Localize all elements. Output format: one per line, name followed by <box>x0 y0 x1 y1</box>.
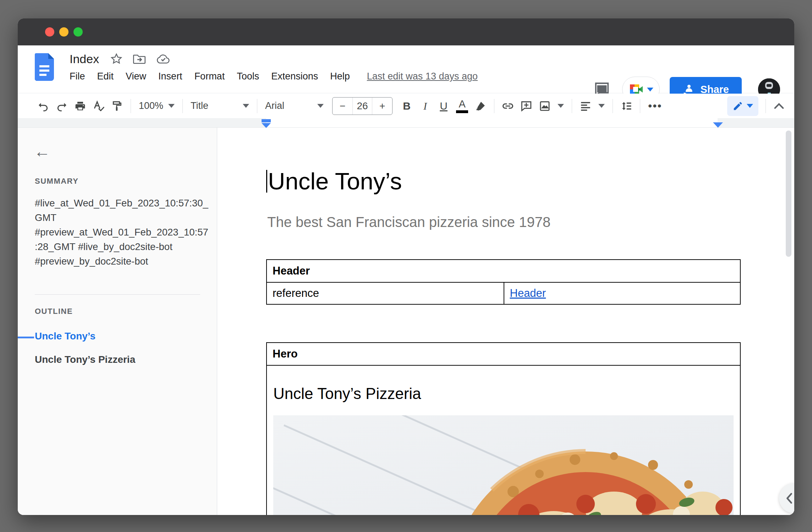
right-indent-marker[interactable] <box>713 122 723 128</box>
image-dropdown-caret[interactable] <box>558 104 564 108</box>
last-edit-link[interactable]: Last edit was 13 days ago <box>367 71 478 82</box>
document-page[interactable]: Uncle Tony’s The best San Franciscan piz… <box>217 128 794 515</box>
line-spacing-icon[interactable] <box>617 97 636 115</box>
paint-format-icon[interactable] <box>108 97 126 115</box>
hero-table-title: Hero <box>267 348 298 360</box>
zoom-select[interactable]: 100% <box>135 100 178 111</box>
zoom-window-button[interactable] <box>73 27 83 37</box>
move-to-folder-icon[interactable] <box>133 53 146 65</box>
menu-tools[interactable]: Tools <box>237 71 259 82</box>
summary-outline-sidebar: ← SUMMARY #live_at_Wed_01_Feb_2023_10:57… <box>18 128 217 515</box>
align-dropdown-caret[interactable] <box>598 104 605 108</box>
app-window: Index <box>18 18 794 515</box>
text-color-swatch <box>456 110 468 113</box>
meet-dropdown-caret <box>647 88 653 92</box>
chevron-left-icon <box>785 492 794 504</box>
back-arrow-icon[interactable]: ← <box>34 143 50 160</box>
minimize-window-button[interactable] <box>59 27 68 37</box>
redo-icon[interactable] <box>53 97 71 115</box>
close-window-button[interactable] <box>45 27 54 37</box>
align-icon[interactable] <box>576 97 595 115</box>
active-heading-indicator <box>18 337 34 338</box>
outline-label: OUTLINE <box>35 307 73 316</box>
text-cursor <box>266 170 267 193</box>
menu-format[interactable]: Format <box>194 71 225 82</box>
font-family-select[interactable]: Arial <box>262 100 327 111</box>
style-value: Title <box>191 100 208 111</box>
header-reference-link[interactable]: Header <box>510 287 546 299</box>
header-section-table[interactable]: Header reference Header <box>266 259 741 305</box>
reference-cell: reference <box>267 287 319 300</box>
font-size-stepper: − 26 + <box>332 97 393 115</box>
collapse-toolbar-icon[interactable] <box>773 102 785 110</box>
print-icon[interactable] <box>71 97 89 115</box>
menu-bar: File Edit View Insert Format Tools Exten… <box>70 71 478 82</box>
add-comment-icon[interactable] <box>517 97 536 115</box>
chevron-down-icon <box>168 104 175 108</box>
text-color-button[interactable]: A <box>453 97 471 115</box>
vertical-scrollbar-thumb[interactable] <box>786 131 791 257</box>
hero-heading: Uncle Tony’s Pizzeria <box>273 385 740 403</box>
outline-item-uncle-tonys[interactable]: Uncle Tony’s <box>35 331 95 342</box>
doc-subtitle[interactable]: The best San Franciscan pizzeria since 1… <box>267 214 550 230</box>
chevron-down-icon <box>317 104 324 108</box>
doc-title-heading[interactable]: Uncle Tony’s <box>266 167 402 195</box>
cloud-saved-icon[interactable] <box>157 54 170 64</box>
google-docs-logo-icon[interactable] <box>35 53 54 81</box>
editing-mode-caret <box>747 104 753 108</box>
pizza-image[interactable] <box>273 415 734 515</box>
docs-header: Index <box>18 45 794 93</box>
text-color-letter: A <box>459 99 465 109</box>
zoom-value: 100% <box>139 100 163 111</box>
star-icon[interactable] <box>110 53 122 65</box>
formatting-toolbar: 100% Title Arial − 26 + B I U A <box>18 94 794 118</box>
document-title[interactable]: Index <box>70 52 99 66</box>
window-titlebar <box>18 18 794 45</box>
spell-check-icon[interactable] <box>89 97 108 115</box>
outline-item-uncle-tonys-pizzeria[interactable]: Uncle Tony’s Pizzeria <box>35 354 135 365</box>
document-ruler <box>18 118 794 128</box>
more-toolbar-options[interactable]: ••• <box>644 99 666 112</box>
highlight-color-icon[interactable] <box>471 97 490 115</box>
insert-image-icon[interactable] <box>536 97 554 115</box>
hero-section-table[interactable]: Hero Uncle Tony’s Pizzeria <box>266 342 741 515</box>
left-indent-marker[interactable] <box>262 119 271 128</box>
italic-button[interactable]: I <box>416 97 434 115</box>
sidebar-divider <box>35 294 200 295</box>
summary-text: #live_at_Wed_01_Feb_2023_10:57:30_GMT #p… <box>35 196 211 268</box>
menu-view[interactable]: View <box>126 71 146 82</box>
font-size-value[interactable]: 26 <box>352 98 372 115</box>
editing-mode-button[interactable] <box>727 96 758 116</box>
font-value: Arial <box>265 100 284 111</box>
chevron-down-icon <box>243 104 249 108</box>
pencil-icon <box>733 101 743 111</box>
bold-button[interactable]: B <box>397 97 416 115</box>
header-table-title: Header <box>267 265 310 277</box>
summary-label: SUMMARY <box>35 177 78 186</box>
underline-button[interactable]: U <box>434 97 453 115</box>
decrease-font-size-button[interactable]: − <box>333 98 352 115</box>
menu-edit[interactable]: Edit <box>97 71 114 82</box>
increase-font-size-button[interactable]: + <box>372 98 392 115</box>
paragraph-style-select[interactable]: Title <box>187 100 253 111</box>
menu-help[interactable]: Help <box>330 71 350 82</box>
menu-file[interactable]: File <box>70 71 85 82</box>
menu-insert[interactable]: Insert <box>158 71 182 82</box>
insert-link-icon[interactable] <box>499 97 517 115</box>
menu-extensions[interactable]: Extensions <box>271 71 318 82</box>
undo-icon[interactable] <box>34 97 53 115</box>
